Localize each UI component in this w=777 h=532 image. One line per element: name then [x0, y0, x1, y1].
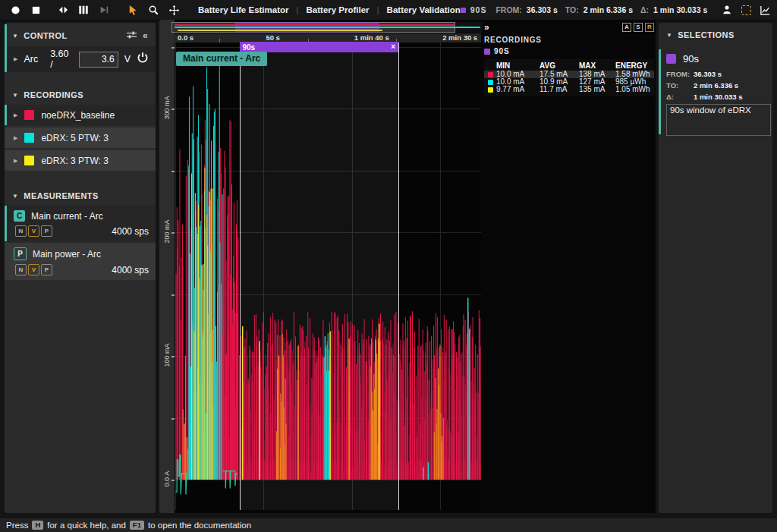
layout-controls — [57, 4, 110, 16]
recording-name: eDRX: 3 PTW: 3 — [41, 156, 108, 166]
chart-panel: 300 mA200 mA100 mA0.0 A 0.0 s50 s1 min 4… — [159, 20, 656, 513]
recording-color-swatch — [24, 156, 34, 165]
measurement-row-main-current-arc[interactable]: CMain current - ArcNVP4000 sps — [5, 206, 156, 241]
transport-controls — [9, 4, 42, 16]
status-bar: Press H for a quick help, and F1 to open… — [0, 518, 777, 532]
expand-caret-icon[interactable]: ▶ — [14, 135, 17, 141]
measurement-row-main-power-arc[interactable]: PMain power - ArcNVP4000 sps — [5, 243, 156, 280]
channel-button-p[interactable]: P — [41, 264, 52, 275]
selection-color-swatch — [461, 8, 466, 13]
voltage-input[interactable] — [79, 52, 118, 68]
cursor-tool-button[interactable] — [127, 4, 139, 16]
y-axis-label: 200 mA — [163, 214, 171, 249]
selection-mode-button[interactable] — [740, 4, 752, 16]
from-label: FROM: — [495, 5, 521, 14]
docs-key-badge: F1 — [130, 521, 144, 530]
settings-sliders-button[interactable] — [126, 30, 137, 41]
tab-battery-validation[interactable]: Battery Validation — [387, 5, 461, 14]
device-name: Arc — [24, 54, 38, 65]
expand-caret-icon[interactable]: ▶ — [14, 158, 17, 164]
expand-caret-icon[interactable]: ▶ — [14, 56, 17, 62]
max-value: 135 mA — [579, 86, 615, 93]
zoom-tool-button[interactable] — [147, 4, 159, 16]
delta-label: Δ: — [640, 5, 649, 14]
device-control-row[interactable]: ▶ Arc 3.60 / V — [5, 46, 156, 72]
channel-button-n[interactable]: N — [15, 264, 27, 275]
magnifier-icon — [148, 5, 159, 16]
user-profile-button[interactable] — [721, 4, 733, 16]
channel-button-v[interactable]: V — [28, 264, 39, 275]
time-tick-label: 1 min 40 s — [354, 33, 389, 42]
measurement-type-badge: P — [14, 247, 27, 260]
time-tick-label: 2 min 30 s — [442, 33, 477, 42]
channel-button-p[interactable]: P — [41, 225, 52, 237]
min-value: 9.77 mA — [496, 86, 539, 93]
selection-color-swatch — [484, 49, 490, 55]
stats-button-a[interactable]: A — [622, 23, 631, 32]
stats-header: » ASR — [484, 22, 654, 32]
record-button[interactable] — [9, 4, 21, 16]
recordings-list: ▶noeDRX_baseline▶eDRX: 5 PTW: 3▶eDRX: 3 … — [5, 105, 156, 171]
graph-view-button[interactable] — [759, 4, 771, 16]
delta-label: Δ: — [666, 93, 694, 101]
expand-panel-button[interactable]: » — [484, 23, 489, 32]
collapse-caret-icon: ▼ — [12, 33, 18, 39]
measurement-tooltip: Main current - Arc — [176, 52, 267, 66]
recordings-section-header[interactable]: ▼ RECORDINGS — [5, 72, 156, 105]
selection-note-input[interactable]: 90s window of eDRX — [666, 104, 771, 136]
recording-row-edrx-5-ptw-3[interactable]: ▶eDRX: 5 PTW: 3 — [5, 127, 156, 148]
topbar: Battery Life Estimator|Battery Profiler|… — [0, 0, 777, 20]
y-axis-label: 100 mA — [163, 338, 171, 373]
power-toggle-button[interactable] — [137, 52, 149, 67]
channel-button-v[interactable]: V — [28, 225, 39, 237]
left-sidebar: ▼ CONTROL « ▶ Arc 3.60 / V ▼ RECORDINGS — [5, 23, 156, 513]
columns-view-button[interactable] — [77, 4, 90, 16]
stats-button-s[interactable]: S — [634, 23, 643, 32]
selections-section-header[interactable]: ▼ SELECTIONS — [659, 23, 772, 45]
from-value: 36.303 s — [694, 70, 766, 78]
collapse-caret-icon: ▼ — [12, 193, 18, 200]
sample-rate: 4000 sps — [112, 265, 149, 275]
measurements-section-header[interactable]: ▼ MEASUREMENTS — [5, 173, 156, 206]
line-chart-icon — [760, 5, 771, 16]
column-header-min: MIN — [496, 62, 539, 70]
selection-item[interactable]: 90s FROM: 36.303 s TO: 2 min 6.336 s Δ: … — [659, 49, 772, 139]
dashed-selection-icon — [741, 5, 751, 15]
sample-rate: 4000 sps — [112, 226, 149, 237]
stop-button[interactable] — [30, 4, 42, 16]
pan-tool-button[interactable] — [168, 4, 180, 16]
avg-value: 11.7 mA — [539, 86, 579, 93]
from-value: 36.303 s — [527, 5, 558, 14]
stats-row[interactable]: 9.77 mA11.7 mA135 mA1.05 mWh — [484, 86, 654, 93]
play-to-end-icon — [99, 5, 109, 15]
y-axis-label: 300 mA — [163, 90, 171, 125]
power-icon — [137, 52, 149, 64]
collapse-caret-icon: ▼ — [12, 92, 18, 99]
columns-icon — [78, 5, 89, 15]
expand-caret-icon[interactable]: ▶ — [14, 112, 17, 118]
step-play-button[interactable] — [98, 4, 110, 16]
tab-battery-life-estimator[interactable]: Battery Life Estimator — [198, 5, 289, 14]
measurements-section-title: MEASUREMENTS — [24, 191, 98, 200]
collapse-caret-icon: ▼ — [666, 32, 672, 39]
to-label: TO: — [565, 5, 579, 14]
stats-button-r[interactable]: R — [645, 23, 654, 32]
selection-close-button[interactable]: × — [391, 43, 395, 51]
control-section-header[interactable]: ▼ CONTROL « — [5, 23, 156, 46]
topbar-right-icons — [721, 4, 777, 16]
measurements-list: CMain current - ArcNVP4000 spsPMain powe… — [5, 206, 156, 280]
current-plot-canvas[interactable] — [175, 42, 481, 510]
recording-row-edrx-3-ptw-3[interactable]: ▶eDRX: 3 PTW: 3 — [5, 150, 156, 171]
selection-band[interactable]: 90s × — [240, 42, 399, 52]
voltage-unit: V — [124, 54, 131, 65]
collapse-panel-button[interactable]: « — [143, 30, 148, 41]
timeline-overview[interactable] — [171, 22, 483, 33]
stats-selection-row: 90S — [484, 47, 654, 55]
status-text-prefix: Press — [6, 521, 28, 530]
split-horizontal-button[interactable] — [57, 4, 69, 16]
tab-battery-profiler[interactable]: Battery Profiler — [307, 5, 370, 14]
recording-row-noedrx-baseline[interactable]: ▶noeDRX_baseline — [5, 105, 156, 125]
channel-button-n[interactable]: N — [15, 225, 27, 237]
stats-overlay: » ASR RECORDINGS 90S MINAVGMAXENERGY10.0… — [484, 22, 654, 96]
tool-controls — [127, 4, 180, 16]
